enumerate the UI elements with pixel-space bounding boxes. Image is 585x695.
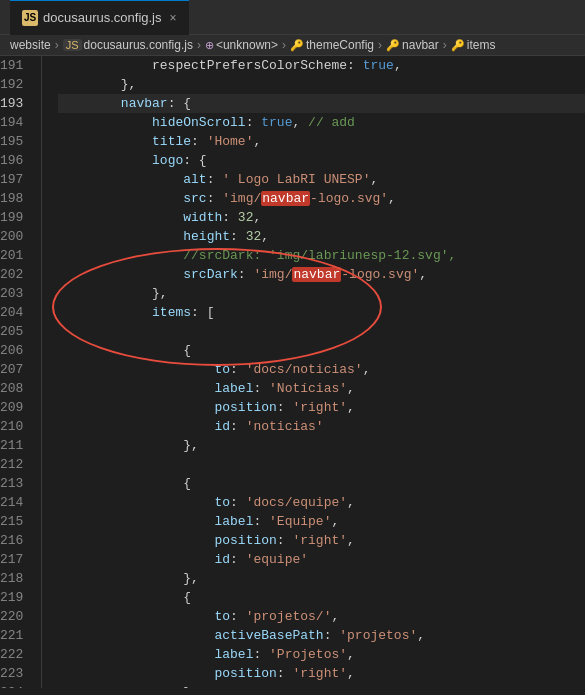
line-number: 191	[0, 56, 33, 75]
code-line: navbar: {	[58, 94, 585, 113]
title-bar: JS docusaurus.config.js ×	[0, 0, 585, 35]
code-line: hideOnScroll: true, // add	[58, 113, 585, 132]
code-line: logo: {	[58, 151, 585, 170]
line-number: 223	[0, 664, 33, 683]
line-number: 220	[0, 607, 33, 626]
line-number: 213	[0, 474, 33, 493]
code-line: {	[58, 588, 585, 607]
breadcrumb-items-icon: 🔑	[451, 39, 465, 52]
line-number: 212	[0, 455, 33, 474]
tab-close-button[interactable]: ×	[170, 11, 177, 25]
breadcrumb-navbar: navbar	[402, 38, 439, 52]
code-line: width: 32,	[58, 208, 585, 227]
breadcrumb-unknown: <unknown>	[216, 38, 278, 52]
breadcrumb-navbar-icon: 🔑	[386, 39, 400, 52]
editor-area: 1911921931941951961971981992002012022032…	[0, 56, 585, 688]
code-line: {	[58, 474, 585, 493]
js-file-icon: JS	[22, 10, 38, 26]
line-number: 215	[0, 512, 33, 531]
line-number: 217	[0, 550, 33, 569]
line-number: 204	[0, 303, 33, 322]
line-number: 218	[0, 569, 33, 588]
line-number: 194	[0, 113, 33, 132]
code-line: position: 'right',	[58, 664, 585, 683]
code-line	[58, 455, 585, 474]
code-line: //srcDark: 'img/labriunesp-12.svg',	[58, 246, 585, 265]
code-line	[58, 322, 585, 341]
line-number: 192	[0, 75, 33, 94]
code-editor[interactable]: respectPrefersColorScheme: true, }, navb…	[42, 56, 585, 688]
line-number: 216	[0, 531, 33, 550]
line-number: 210	[0, 417, 33, 436]
code-line: srcDark: 'img/navbar-logo.svg',	[58, 265, 585, 284]
line-number: 197	[0, 170, 33, 189]
line-number: 209	[0, 398, 33, 417]
breadcrumb-themeconfig: themeConfig	[306, 38, 374, 52]
code-line: },	[58, 436, 585, 455]
code-line: respectPrefersColorScheme: true,	[58, 56, 585, 75]
code-line: },	[58, 284, 585, 303]
code-line: id: 'equipe'	[58, 550, 585, 569]
code-line: src: 'img/navbar-logo.svg',	[58, 189, 585, 208]
code-line: activeBasePath: 'projetos',	[58, 626, 585, 645]
code-content: respectPrefersColorScheme: true, }, navb…	[42, 56, 585, 688]
line-number: 214	[0, 493, 33, 512]
code-line: label: 'Equipe',	[58, 512, 585, 531]
breadcrumb-website: website	[10, 38, 51, 52]
code-line: to: 'projetos/',	[58, 607, 585, 626]
code-line: {	[58, 341, 585, 360]
line-number: 207	[0, 360, 33, 379]
line-number: 196	[0, 151, 33, 170]
line-number: 211	[0, 436, 33, 455]
code-line: position: 'right',	[58, 398, 585, 417]
code-line: to: 'docs/equipe',	[58, 493, 585, 512]
code-line: },	[58, 75, 585, 94]
line-number: 202	[0, 265, 33, 284]
code-line: id: 'noticias'	[58, 417, 585, 436]
line-number: 205	[0, 322, 33, 341]
code-line: alt: ' Logo LabRI UNESP',	[58, 170, 585, 189]
breadcrumb-unknown-icon: ⊕	[205, 39, 214, 52]
breadcrumb-filename: docusaurus.config.js	[84, 38, 193, 52]
line-number: 193	[0, 94, 33, 113]
line-number: 206	[0, 341, 33, 360]
line-number: 195	[0, 132, 33, 151]
breadcrumb-theme-icon: 🔑	[290, 39, 304, 52]
line-number: 219	[0, 588, 33, 607]
code-line: label: 'Notícias',	[58, 379, 585, 398]
code-line: title: 'Home',	[58, 132, 585, 151]
line-number: 224	[0, 683, 33, 688]
line-number: 201	[0, 246, 33, 265]
code-line: },	[58, 683, 585, 688]
code-line: to: 'docs/noticias',	[58, 360, 585, 379]
line-number: 200	[0, 227, 33, 246]
line-number: 199	[0, 208, 33, 227]
editor-tab[interactable]: JS docusaurus.config.js ×	[10, 0, 189, 35]
line-number: 222	[0, 645, 33, 664]
code-line: items: [	[58, 303, 585, 322]
line-number: 221	[0, 626, 33, 645]
line-number: 208	[0, 379, 33, 398]
code-line: position: 'right',	[58, 531, 585, 550]
line-number: 203	[0, 284, 33, 303]
code-line: label: 'Projetos',	[58, 645, 585, 664]
breadcrumb-js-badge: JS	[63, 39, 82, 51]
code-line: height: 32,	[58, 227, 585, 246]
line-number: 198	[0, 189, 33, 208]
breadcrumb: website › JS docusaurus.config.js › ⊕ <u…	[0, 35, 585, 56]
breadcrumb-items: items	[467, 38, 496, 52]
code-line: },	[58, 569, 585, 588]
line-numbers-gutter: 1911921931941951961971981992002012022032…	[0, 56, 42, 688]
tab-filename: docusaurus.config.js	[43, 10, 162, 25]
